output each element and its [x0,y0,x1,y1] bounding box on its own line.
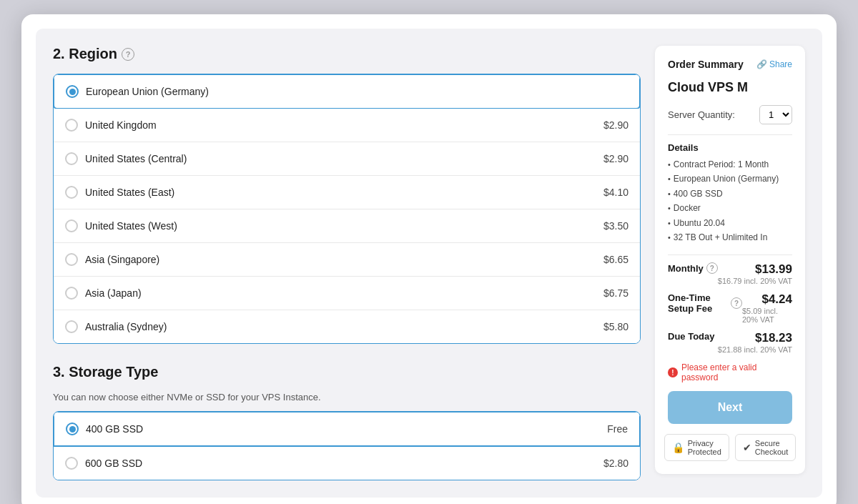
storage-item-600gb-ssd[interactable]: 600 GB SSD $2.80 [54,447,640,480]
region-price-uk: $2.90 [603,119,628,131]
region-item-us-east[interactable]: United States (East) $4.10 [54,176,640,209]
region-item-asia-singapore[interactable]: Asia (Singapore) $6.65 [54,243,640,277]
secure-badge-label: Secure Checkout [755,439,788,456]
radio-us-east [65,186,78,199]
monthly-label: Monthly ? [668,262,718,274]
trust-badges: 🔒 Privacy Protected ✔ Secure Checkout [668,434,792,461]
radio-uk [65,119,78,132]
radio-us-west [65,219,78,232]
storage-label-600gb-ssd: 600 GB SSD [85,458,142,469]
order-summary-title: Order Summary [668,59,744,70]
region-help-icon[interactable]: ? [122,48,134,61]
due-today-vat: $21.88 incl. 20% VAT [718,345,792,354]
region-label-us-central: United States (Central) [85,153,187,164]
storage-list: 400 GB SSD Free 600 GB SSD $2.80 [53,411,641,480]
region-label-asia-singapore: Asia (Singapore) [85,254,159,265]
privacy-badge: 🔒 Privacy Protected [664,434,729,461]
region-section: 2. Region ? European Union (Germany) Uni… [53,46,641,344]
setup-fee-row: One-Time Setup Fee ? $4.24 $5.09 incl. 2… [668,292,792,324]
region-label-uk: United Kingdom [85,119,157,131]
shield-icon: ✔ [743,442,751,453]
radio-asia-japan [65,287,78,300]
monthly-price-row: Monthly ? $13.99 $16.79 incl. 20% VAT [668,262,792,285]
content-area: 2. Region ? European Union (Germany) Uni… [36,29,822,498]
region-label-eu-germany: European Union (Germany) [86,86,209,97]
sidebar: Order Summary 🔗 Share Cloud VPS M Server… [655,46,805,480]
storage-section: 3. Storage Type You can now choose eithe… [53,364,641,480]
link-icon: 🔗 [756,59,767,69]
error-message: ! Please enter a valid password [668,362,792,382]
region-price-us-east: $4.10 [603,187,628,198]
monthly-vat: $16.79 incl. 20% VAT [718,277,792,285]
server-qty-select[interactable]: 1 2 3 [759,105,792,124]
monthly-price: $13.99 [755,262,792,277]
setup-help-icon[interactable]: ? [731,297,742,309]
radio-us-central [65,152,78,165]
storage-label-400gb-ssd: 400 GB SSD [86,423,143,435]
region-item-us-west[interactable]: United States (West) $3.50 [54,209,640,243]
server-qty-row: Server Quantity: 1 2 3 [668,105,792,124]
monthly-label-group: Monthly ? [668,262,718,274]
main-window: 2. Region ? European Union (Germany) Uni… [21,14,837,504]
detail-contract-text: Contract Period: 1 Month [674,157,769,172]
main-section: 2. Region ? European Union (Germany) Uni… [53,46,641,480]
region-price-australia-sydney: $5.80 [603,321,628,332]
region-item-uk[interactable]: United Kingdom $2.90 [54,109,640,142]
details-section: Details Contract Period: 1 Month Europea… [668,142,792,244]
region-title: 2. Region ? [53,46,641,62]
lock-icon: 🔒 [672,442,684,453]
setup-label: One-Time Setup Fee ? [668,292,742,314]
secure-badge: ✔ Secure Checkout [735,434,796,461]
radio-400gb-ssd [66,423,79,435]
region-item-australia-sydney[interactable]: Australia (Sydney) $5.80 [54,310,640,343]
details-title: Details [668,142,792,153]
storage-title-text: 3. Storage Type [53,364,158,380]
region-label-us-east: United States (East) [85,187,174,198]
detail-contract: Contract Period: 1 Month [668,157,792,172]
detail-region-text: European Union (Germany) [674,172,779,186]
storage-item-400gb-ssd[interactable]: 400 GB SSD Free [53,411,641,447]
setup-value-group: $4.24 $5.09 incl. 20% VAT [742,292,792,324]
share-link[interactable]: 🔗 Share [756,59,792,69]
region-title-text: 2. Region [53,46,117,62]
error-text: Please enter a valid password [681,362,792,382]
detail-ubuntu: Ubuntu 20.04 [668,216,792,230]
radio-australia-sydney [65,320,78,333]
error-icon: ! [668,367,678,377]
setup-price: $4.24 [761,292,792,307]
detail-ubuntu-text: Ubuntu 20.04 [674,216,725,230]
storage-description: You can now choose either NVMe or SSD fo… [53,392,641,402]
region-label-australia-sydney: Australia (Sydney) [85,321,167,332]
radio-600gb-ssd [65,457,78,470]
radio-asia-singapore [65,253,78,266]
due-today-row: Due Today $18.23 $21.88 incl. 20% VAT [668,331,792,354]
region-item-eu-germany[interactable]: European Union (Germany) [53,74,641,109]
monthly-help-icon[interactable]: ? [706,262,718,274]
storage-price-400gb-ssd: Free [607,423,628,435]
region-price-asia-japan: $6.75 [603,287,628,299]
region-item-us-central[interactable]: United States (Central) $2.90 [54,142,640,176]
divider-1 [668,134,792,135]
summary-header: Order Summary 🔗 Share [668,59,792,70]
share-label: Share [769,59,792,69]
privacy-badge-label: Privacy Protected [688,439,721,456]
detail-docker-text: Docker [674,201,701,215]
detail-region: European Union (Germany) [668,172,792,186]
region-item-asia-japan[interactable]: Asia (Japan) $6.75 [54,277,640,310]
detail-storage-text: 400 GB SSD [674,187,723,201]
setup-label-group: One-Time Setup Fee ? [668,292,742,314]
order-summary-box: Order Summary 🔗 Share Cloud VPS M Server… [655,46,805,474]
monthly-label-text: Monthly [668,263,704,274]
due-today-label: Due Today [668,331,715,342]
product-name: Cloud VPS M [668,80,792,95]
region-label-us-west: United States (West) [85,220,177,232]
divider-2 [668,255,792,255]
detail-traffic: 32 TB Out + Unlimited In [668,230,792,244]
due-today-price: $18.23 [755,331,792,345]
next-button[interactable]: Next [668,391,792,424]
radio-eu-germany [66,85,79,98]
monthly-value-group: $13.99 $16.79 incl. 20% VAT [718,262,792,285]
setup-vat: $5.09 incl. 20% VAT [742,307,792,324]
region-list: European Union (Germany) United Kingdom … [53,74,641,344]
region-price-us-west: $3.50 [603,220,628,232]
